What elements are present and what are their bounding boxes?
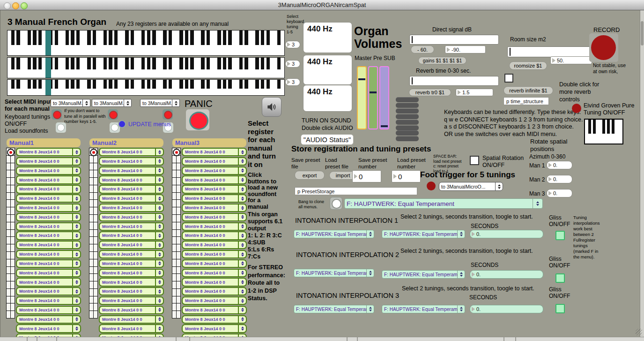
room-size-number[interactable]: 50.: [550, 56, 592, 64]
radio-cell[interactable]: [172, 185, 176, 192]
black-key[interactable]: [207, 30, 210, 45]
black-key[interactable]: [131, 58, 134, 69]
black-key[interactable]: [169, 80, 172, 89]
radio-cell[interactable]: [172, 259, 176, 266]
radio-cell[interactable]: [177, 289, 180, 296]
keyboard-manual-1[interactable]: [7, 30, 285, 56]
radio-cell[interactable]: [177, 230, 180, 237]
black-key[interactable]: [223, 58, 226, 69]
radio-selected-icon[interactable]: [7, 149, 15, 156]
black-key[interactable]: [217, 58, 221, 69]
radio-cell[interactable]: [11, 281, 15, 288]
radio-cell[interactable]: [11, 237, 15, 244]
register-menu[interactable]: Montre 8 Jeux14 0 0: [182, 324, 247, 333]
radio-cell[interactable]: [94, 178, 97, 185]
radio-cell[interactable]: [7, 178, 10, 185]
direct-signal-slider[interactable]: [409, 35, 499, 45]
interp2-seconds-number[interactable]: 0.: [470, 270, 543, 279]
radio-cell[interactable]: [94, 289, 97, 296]
radio-cell[interactable]: [89, 193, 93, 200]
black-key[interactable]: [93, 58, 96, 69]
register-menu[interactable]: Montre 8 Jeux14 0 0: [16, 296, 81, 305]
radio-cell[interactable]: [172, 193, 176, 200]
black-key[interactable]: [190, 30, 193, 45]
black-key[interactable]: [244, 80, 248, 89]
radio-cell[interactable]: [94, 281, 97, 288]
speaker-button[interactable]: [262, 97, 281, 117]
register-menu[interactable]: Montre 8 Jeux14 0 0: [16, 185, 81, 193]
register-menu[interactable]: Montre 8 Jeux14 0 0: [99, 185, 164, 193]
radio-cell[interactable]: [172, 215, 176, 222]
radio-cell[interactable]: [11, 215, 15, 222]
register-menu[interactable]: Montre 8 Jeux14 0 0: [182, 269, 247, 277]
register-menu[interactable]: Montre 8 Jeux14 0 0: [16, 222, 81, 231]
black-key[interactable]: [11, 58, 15, 69]
register-menu[interactable]: Montre 8 Jeux14 0 0: [99, 204, 164, 212]
black-key[interactable]: [228, 80, 231, 89]
tuning-toggle-2[interactable]: [108, 109, 118, 120]
tuning-toggle-1[interactable]: [52, 109, 62, 120]
radio-cell[interactable]: [89, 237, 93, 244]
black-key[interactable]: [38, 30, 42, 45]
tuning-toggle-3[interactable]: [163, 109, 173, 120]
master-volume-slider[interactable]: [357, 66, 367, 129]
register-menu[interactable]: Montre 8 Jeux14 0 0: [182, 231, 247, 240]
radio-cell[interactable]: [89, 252, 93, 259]
black-key[interactable]: [277, 30, 281, 45]
radio-cell[interactable]: [7, 163, 10, 170]
radio-cell[interactable]: [94, 215, 97, 222]
manual-2-radio-strip[interactable]: [89, 148, 98, 318]
black-key[interactable]: [588, 120, 591, 134]
black-key[interactable]: [131, 80, 134, 89]
black-key[interactable]: [179, 58, 183, 69]
register-menu[interactable]: Montre 8 Jeux14 0 0: [16, 157, 81, 166]
register-menu[interactable]: Montre 8 Jeux14 0 0: [16, 204, 81, 212]
interp2-gliss-checkbox[interactable]: [555, 273, 565, 283]
save-preset-number[interactable]: 0: [352, 170, 381, 182]
highlighted-key[interactable]: [45, 30, 51, 55]
radio-cell[interactable]: [7, 185, 10, 192]
register-menu[interactable]: Montre 8 Jeux14 0 0: [182, 259, 247, 268]
register-menu[interactable]: Montre 8 Jeux14 0 0: [99, 250, 164, 258]
radio-cell[interactable]: [177, 193, 180, 200]
black-key[interactable]: [223, 30, 226, 45]
black-key[interactable]: [28, 80, 31, 89]
black-key[interactable]: [114, 58, 118, 69]
slider-knob[interactable]: [381, 125, 388, 127]
black-key[interactable]: [104, 80, 107, 89]
radio-cell[interactable]: [89, 296, 93, 303]
radio-cell[interactable]: [177, 185, 180, 192]
radio-cell[interactable]: [177, 244, 180, 251]
black-key[interactable]: [109, 30, 112, 45]
white-key[interactable]: [618, 120, 623, 144]
radio-selected-icon[interactable]: [173, 149, 180, 156]
radio-cell[interactable]: [94, 185, 97, 192]
register-menu[interactable]: Montre 8 Jeux14 0 0: [99, 148, 164, 156]
radio-cell[interactable]: [89, 303, 93, 311]
interp3-tuning-menu-1[interactable]: F: HAUPTWERK: Equal Temperament: [294, 305, 374, 313]
spatial-rotation-checkbox[interactable]: [470, 156, 479, 165]
radio-cell[interactable]: [7, 296, 10, 303]
register-menu[interactable]: Montre 8 Jeux14 0 0: [99, 213, 164, 221]
register-menu[interactable]: Montre 8 Jeux14 0 0: [16, 175, 81, 184]
register-menu[interactable]: Montre 8 Jeux14 0 0: [182, 241, 247, 249]
register-menu[interactable]: Montre 8 Jeux14 0 0: [16, 148, 81, 156]
black-key[interactable]: [239, 58, 243, 69]
keyboard-manual-2[interactable]: [7, 57, 285, 78]
register-menu[interactable]: Montre 8 Jeux14 0 0: [182, 148, 247, 156]
radio-cell[interactable]: [94, 267, 97, 274]
reverb-infinite-checkbox[interactable]: [504, 74, 513, 83]
register-menu[interactable]: Montre 8 Jeux14 0 0: [16, 167, 81, 175]
black-key[interactable]: [87, 58, 90, 69]
radio-cell[interactable]: [7, 193, 10, 200]
black-key[interactable]: [239, 30, 243, 45]
radio-cell[interactable]: [89, 230, 93, 237]
register-menu[interactable]: Montre 8 Jeux14 0 0: [182, 194, 247, 203]
tuning-number-3[interactable]: 3: [285, 78, 300, 86]
radio-cell[interactable]: [7, 222, 10, 229]
stack-row[interactable]: [396, 136, 419, 141]
radio-cell[interactable]: [177, 222, 180, 229]
radio-cell[interactable]: [11, 274, 15, 281]
stack-row[interactable]: [396, 97, 419, 102]
radio-cell[interactable]: [89, 156, 93, 163]
